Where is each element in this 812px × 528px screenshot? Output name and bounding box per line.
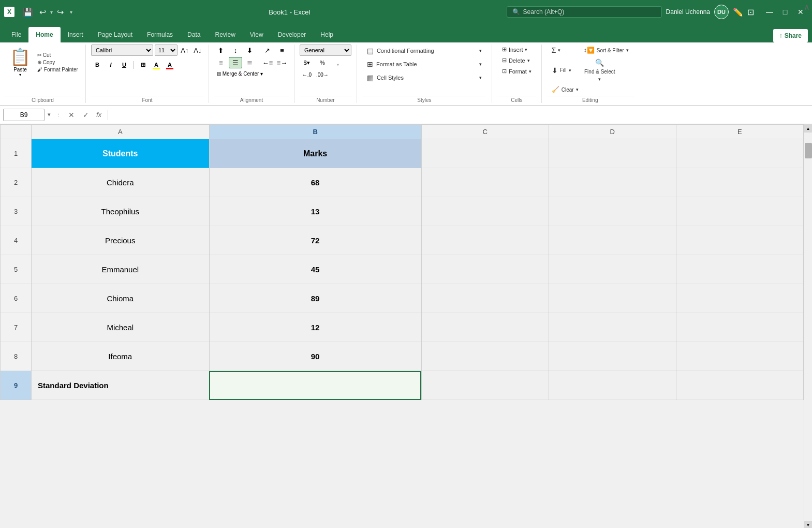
cell-2D[interactable] xyxy=(549,168,676,197)
cell-9E[interactable] xyxy=(676,371,803,400)
tab-page-layout[interactable]: Page Layout xyxy=(91,27,140,42)
cell-3B[interactable]: 13 xyxy=(209,197,421,226)
confirm-formula-button[interactable]: ✓ xyxy=(80,109,92,121)
col-header-a[interactable]: A xyxy=(32,125,210,139)
vertical-scrollbar[interactable]: ▲ ▼ xyxy=(804,124,812,528)
col-header-e[interactable]: E xyxy=(676,125,803,139)
number-format-select[interactable]: General xyxy=(300,45,351,56)
restore-button[interactable]: ⊡ xyxy=(747,7,754,17)
cell-7C[interactable] xyxy=(421,313,549,342)
comma-button[interactable]: , xyxy=(331,57,345,68)
delete-cells-button[interactable]: ⊟ Delete ▾ xyxy=(497,55,535,65)
cell-3A[interactable]: Theophilus xyxy=(32,197,210,226)
insert-arrow[interactable]: ▾ xyxy=(525,47,527,52)
row-header-6[interactable]: 6 xyxy=(1,284,32,313)
font-name-select[interactable]: Calibri xyxy=(91,45,153,56)
cell-8A[interactable]: Ifeoma xyxy=(32,342,210,371)
share-button[interactable]: ↑ Share xyxy=(773,29,808,42)
tab-review[interactable]: Review xyxy=(208,27,242,42)
scroll-thumb[interactable] xyxy=(805,143,812,158)
clear-button[interactable]: 🧹 Clear ▾ xyxy=(547,84,583,95)
align-bottom-button[interactable]: ⬇ xyxy=(243,45,257,56)
cell-7D[interactable] xyxy=(549,313,676,342)
cell-9A[interactable]: Standard Deviation xyxy=(32,371,210,400)
cell-4E[interactable] xyxy=(676,226,803,255)
grid-container[interactable]: A B C D E 1StudentsMarks2Chidera683Theop… xyxy=(0,124,804,528)
tab-developer[interactable]: Developer xyxy=(271,27,314,42)
cell-6B[interactable]: 89 xyxy=(209,284,421,313)
cell-1A[interactable]: Students xyxy=(32,139,210,168)
autosum-arrow[interactable]: ▾ xyxy=(558,48,560,53)
search-box[interactable]: 🔍 Search (Alt+Q) xyxy=(507,6,662,18)
formula-input[interactable] xyxy=(112,109,809,121)
corner-cell[interactable] xyxy=(1,125,32,139)
cell-8C[interactable] xyxy=(421,342,549,371)
conditional-formatting-button[interactable]: ▤ Conditional Formatting ▾ xyxy=(362,45,486,57)
cell-5D[interactable] xyxy=(549,255,676,284)
cell-6D[interactable] xyxy=(549,284,676,313)
increase-decimal-button[interactable]: .00→ xyxy=(315,69,330,80)
merge-center-button[interactable]: ⊞ Merge & Center ▾ xyxy=(214,69,265,78)
save-button[interactable]: 💾 xyxy=(21,6,35,18)
font-size-select[interactable]: 11 xyxy=(155,45,178,56)
align-center-button[interactable]: ☰ xyxy=(229,57,242,68)
align-middle-button[interactable]: ↕ xyxy=(229,45,242,56)
format-table-arrow[interactable]: ▾ xyxy=(479,62,482,67)
percent-button[interactable]: % xyxy=(315,57,330,68)
format-painter-button[interactable]: 🖌 Format Painter xyxy=(35,66,80,73)
italic-button[interactable]: I xyxy=(105,59,117,70)
cell-7A[interactable]: Micheal xyxy=(32,313,210,342)
conditional-formatting-arrow[interactable]: ▾ xyxy=(479,48,482,53)
ribbon-collapse-button[interactable]: ∧ xyxy=(804,2,810,12)
find-select-button[interactable]: 🔍 Find & Select ▾ xyxy=(579,57,621,83)
cell-1C[interactable] xyxy=(421,139,549,168)
cell-styles-button[interactable]: ▦ Cell Styles ▾ xyxy=(362,71,486,84)
cell-3E[interactable] xyxy=(676,197,803,226)
cell-6C[interactable] xyxy=(421,284,549,313)
text-rotate-button[interactable]: ↗ xyxy=(261,45,274,56)
cell-5E[interactable] xyxy=(676,255,803,284)
row-header-3[interactable]: 3 xyxy=(1,197,32,226)
row-header-7[interactable]: 7 xyxy=(1,313,32,342)
cell-5B[interactable]: 45 xyxy=(209,255,421,284)
bold-button[interactable]: B xyxy=(91,59,104,70)
tab-home[interactable]: Home xyxy=(28,27,60,42)
pen-button[interactable]: ✏️ xyxy=(733,7,743,17)
maximize-button[interactable]: □ xyxy=(778,7,792,17)
cell-1D[interactable] xyxy=(549,139,676,168)
increase-indent-button[interactable]: ≡→ xyxy=(275,57,289,68)
autosum-button[interactable]: Σ ▾ xyxy=(547,45,578,56)
align-right-button[interactable]: ≣ xyxy=(243,57,257,68)
clear-arrow[interactable]: ▾ xyxy=(576,87,579,92)
tab-file[interactable]: File xyxy=(4,27,28,42)
col-header-d[interactable]: D xyxy=(549,125,676,139)
cell-5A[interactable]: Emmanuel xyxy=(32,255,210,284)
cell-8B[interactable]: 90 xyxy=(209,342,421,371)
cell-4C[interactable] xyxy=(421,226,549,255)
tab-data[interactable]: Data xyxy=(180,27,208,42)
cell-5C[interactable] xyxy=(421,255,549,284)
minimize-button[interactable]: — xyxy=(762,7,777,17)
cell-2C[interactable] xyxy=(421,168,549,197)
cell-4D[interactable] xyxy=(549,226,676,255)
cell-2B[interactable]: 68 xyxy=(209,168,421,197)
cut-button[interactable]: ✂ Cut xyxy=(35,52,80,58)
cell-7E[interactable] xyxy=(676,313,803,342)
sort-arrow[interactable]: ▾ xyxy=(626,48,629,53)
align-top-button[interactable]: ⬆ xyxy=(214,45,228,56)
col-header-c[interactable]: C xyxy=(421,125,549,139)
decrease-decimal-button[interactable]: ←.0 xyxy=(300,69,314,80)
cell-9D[interactable] xyxy=(549,371,676,400)
cell-4B[interactable]: 72 xyxy=(209,226,421,255)
insert-cells-button[interactable]: ⊞ Insert ▾ xyxy=(497,45,533,54)
wrap-text-button[interactable]: ≡ xyxy=(275,45,289,56)
row-header-9[interactable]: 9 xyxy=(1,371,32,400)
redo-button[interactable]: ↪ xyxy=(55,6,66,18)
row-header-5[interactable]: 5 xyxy=(1,255,32,284)
scroll-down-button[interactable]: ▼ xyxy=(804,521,813,528)
font-decrease-button[interactable]: A↓ xyxy=(192,45,203,56)
paste-button[interactable]: 📋 Paste ▾ xyxy=(5,45,35,80)
cancel-formula-button[interactable]: ✕ xyxy=(65,109,78,121)
currency-button[interactable]: $▾ xyxy=(300,57,314,68)
cell-2E[interactable] xyxy=(676,168,803,197)
